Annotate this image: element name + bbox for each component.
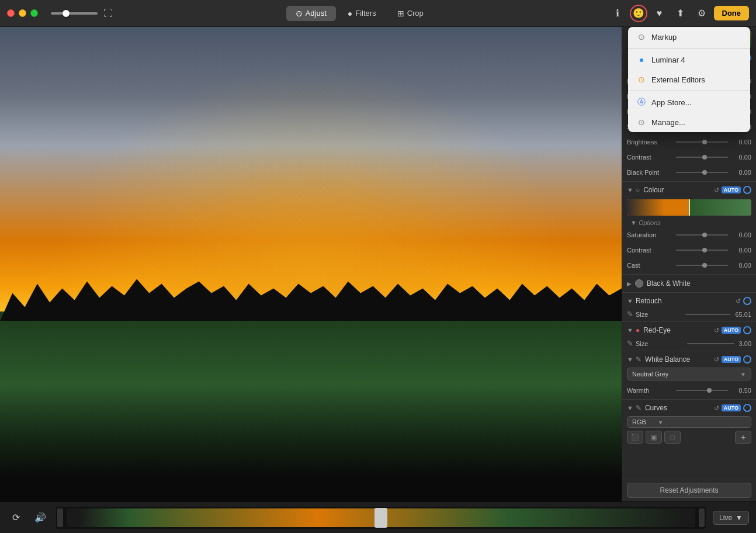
redeye-auto-badge[interactable]: AUTO bbox=[722, 327, 741, 334]
filmstrip-end-left bbox=[57, 508, 63, 527]
curves-auto-badge[interactable]: AUTO bbox=[722, 404, 741, 411]
fullscreen-icon: ⛶ bbox=[103, 8, 113, 19]
redeye-size-slider[interactable] bbox=[687, 343, 734, 344]
live-label: Live bbox=[719, 514, 732, 522]
redeye-reset-icon[interactable]: ↺ bbox=[714, 327, 719, 334]
bottom-bar: ⟳ 🔊 Live ▼ bbox=[0, 501, 756, 533]
wb-section-header: ▼ ✎ White Balance ↺ AUTO bbox=[622, 352, 756, 366]
dropdown-item-markup[interactable]: ⊙ Markup bbox=[628, 27, 750, 47]
tab-adjust[interactable]: ⊙ Adjust bbox=[286, 6, 336, 21]
contrast-slider[interactable] bbox=[676, 157, 728, 158]
curves-toggle[interactable]: ▼ bbox=[627, 404, 633, 411]
saturation-slider[interactable] bbox=[676, 234, 728, 236]
colour-strip[interactable] bbox=[627, 199, 751, 216]
wb-reset-icon[interactable]: ↺ bbox=[714, 356, 719, 364]
redeye-icon: ● bbox=[636, 326, 640, 334]
colour-circle-btn[interactable] bbox=[743, 186, 751, 194]
retouch-section-title: Retouch bbox=[636, 297, 733, 305]
curves-circle-btn[interactable] bbox=[743, 404, 751, 412]
reset-button[interactable]: Reset Adjustments bbox=[627, 483, 751, 498]
heart-button[interactable]: ♥ bbox=[651, 5, 668, 22]
colour-reset-icon[interactable]: ↺ bbox=[714, 186, 719, 194]
brightness-slider-track[interactable] bbox=[51, 12, 98, 15]
toolbar-right: ℹ 🙂 ♥ ⬆ ⚙ Done bbox=[609, 5, 750, 22]
colour-contrast-slider[interactable] bbox=[676, 250, 728, 251]
ground-dark bbox=[0, 383, 622, 501]
luminar-icon: ● bbox=[636, 54, 647, 65]
minimize-button[interactable] bbox=[19, 9, 26, 17]
dropdown-item-manage[interactable]: ⊙ Manage... bbox=[628, 112, 750, 132]
dropdown-separator-1 bbox=[628, 48, 750, 49]
tab-filters[interactable]: ● Filters bbox=[338, 6, 386, 21]
photo-background bbox=[0, 27, 622, 501]
done-button[interactable]: Done bbox=[714, 6, 750, 20]
warmth-row: Warmth 0.50 bbox=[622, 383, 756, 398]
brightness-label: Brightness bbox=[627, 139, 674, 146]
retouch-section-header: ▼ Retouch ↺ bbox=[622, 294, 756, 308]
dropdown-item-appstore[interactable]: Ⓐ App Store... bbox=[628, 92, 750, 112]
dropdown-separator-2 bbox=[628, 91, 750, 91]
rotation-button[interactable]: ⟳ bbox=[7, 509, 25, 527]
blackpoint-row: Black Point 0.00 bbox=[622, 165, 756, 180]
filmstrip-handle[interactable] bbox=[374, 508, 387, 528]
settings-button[interactable]: ⚙ bbox=[693, 5, 710, 22]
photo-area bbox=[0, 27, 622, 501]
wb-icon: ✎ bbox=[636, 355, 641, 364]
retouch-toggle[interactable]: ▼ bbox=[627, 297, 633, 304]
curves-add-btn[interactable]: + bbox=[735, 431, 751, 444]
wb-circle-btn[interactable] bbox=[743, 355, 751, 364]
maximize-button[interactable] bbox=[30, 9, 38, 17]
filmstrip-track[interactable] bbox=[67, 508, 695, 527]
divider-3 bbox=[622, 292, 756, 293]
retouch-size-slider[interactable] bbox=[685, 314, 730, 315]
brightness-slider-thumb[interactable] bbox=[63, 10, 70, 17]
emoji-button[interactable]: 🙂 bbox=[630, 5, 647, 22]
wb-auto-badge[interactable]: AUTO bbox=[722, 356, 741, 363]
blackpoint-slider[interactable] bbox=[676, 172, 728, 173]
saturation-value: 0.00 bbox=[730, 231, 751, 238]
wb-toggle[interactable]: ▼ bbox=[627, 356, 633, 363]
colour-section-header: ▼ ○ Colour ↺ AUTO bbox=[622, 183, 756, 197]
tab-crop[interactable]: ⊞ Crop bbox=[388, 6, 433, 21]
curves-channel-dropdown[interactable]: RGB ▼ bbox=[627, 416, 751, 428]
bw-toggle[interactable]: ▶ bbox=[627, 281, 632, 287]
curves-channel-label: RGB bbox=[632, 418, 646, 425]
curves-reset-icon[interactable]: ↺ bbox=[714, 404, 719, 412]
close-button[interactable] bbox=[7, 9, 15, 17]
colour-circle-icon: ○ bbox=[636, 186, 640, 194]
redeye-circle-btn[interactable] bbox=[743, 326, 751, 334]
brightness-adj-slider[interactable] bbox=[676, 141, 728, 143]
live-dropdown[interactable]: Live ▼ bbox=[713, 511, 749, 525]
redeye-toggle[interactable]: ▼ bbox=[627, 327, 633, 334]
curves-white-point-btn[interactable]: □ bbox=[664, 431, 681, 444]
crop-icon: ⊞ bbox=[397, 9, 404, 18]
retouch-size-value: 65.01 bbox=[735, 311, 751, 318]
curves-black-point-btn[interactable]: ⬛ bbox=[627, 431, 643, 444]
right-panel: AUTO ▼ Light ↺ AUTO ▼ Options Brilliance… bbox=[622, 27, 756, 501]
cast-slider[interactable] bbox=[676, 265, 728, 266]
warmth-slider[interactable] bbox=[676, 390, 728, 391]
brightness-control[interactable]: ⛶ bbox=[47, 8, 113, 19]
colour-auto-badge[interactable]: AUTO bbox=[722, 186, 741, 193]
volume-button[interactable]: 🔊 bbox=[32, 509, 49, 527]
contrast-value: 0.00 bbox=[730, 154, 751, 161]
colour-strip-right bbox=[690, 199, 752, 216]
share-button[interactable]: ⬆ bbox=[672, 5, 689, 22]
redeye-size-value: 3.00 bbox=[739, 340, 751, 347]
wb-preset-dropdown[interactable]: Neutral Grey ▼ bbox=[627, 368, 751, 380]
main-content: AUTO ▼ Light ↺ AUTO ▼ Options Brilliance… bbox=[0, 27, 756, 501]
retouch-circle-btn[interactable] bbox=[743, 297, 751, 305]
blackpoint-value: 0.00 bbox=[730, 169, 751, 176]
appstore-icon: Ⓐ bbox=[636, 97, 647, 108]
divider-5 bbox=[622, 351, 756, 351]
dropdown-menu[interactable]: ⊙ Markup ● Luminar 4 ⊙ External Editors … bbox=[628, 27, 750, 132]
bw-circle-toggle[interactable] bbox=[635, 279, 643, 288]
colour-toggle[interactable]: ▼ bbox=[627, 186, 633, 193]
bw-section-title: Black & White bbox=[647, 279, 691, 288]
redeye-pencil-icon: ✎ bbox=[627, 339, 633, 348]
dropdown-item-luminar[interactable]: ● Luminar 4 bbox=[628, 50, 750, 70]
curves-grey-point-btn[interactable]: ▣ bbox=[646, 431, 662, 444]
dropdown-item-external[interactable]: ⊙ External Editors bbox=[628, 70, 750, 89]
retouch-reset-icon[interactable]: ↺ bbox=[736, 297, 741, 305]
info-button[interactable]: ℹ bbox=[609, 5, 626, 22]
